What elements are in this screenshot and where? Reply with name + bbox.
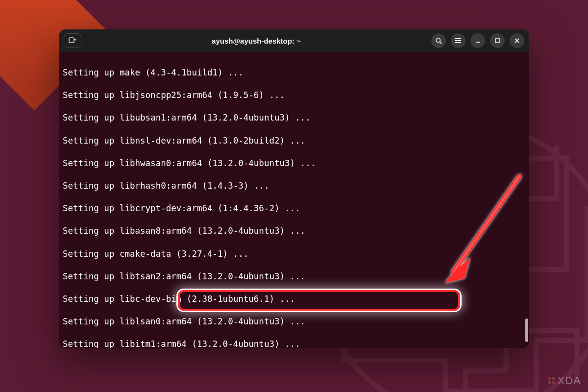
watermark-icon bbox=[547, 376, 556, 385]
terminal-body[interactable]: Setting up make (4.3-4.1build1) ... Sett… bbox=[59, 52, 529, 348]
svg-rect-17 bbox=[552, 381, 555, 384]
svg-rect-16 bbox=[548, 381, 551, 384]
output-line: Setting up libnsl-dev:arm64 (1.3.0-2buil… bbox=[63, 135, 526, 147]
maximize-button[interactable] bbox=[490, 33, 505, 48]
output-line: Setting up libitm1:arm64 (13.2.0-4ubuntu… bbox=[63, 339, 526, 348]
window-titlebar: ayush@ayush-desktop: ~ bbox=[59, 29, 529, 52]
maximize-icon bbox=[494, 38, 500, 44]
output-line: Setting up libhwasan0:arm64 (13.2.0-4ubu… bbox=[63, 158, 526, 169]
new-tab-icon bbox=[69, 37, 76, 44]
output-line: Setting up libcrypt-dev:arm64 (1:4.4.36-… bbox=[63, 203, 526, 214]
svg-rect-14 bbox=[548, 377, 551, 380]
output-line: Setting up libtsan2:arm64 (13.2.0-4ubunt… bbox=[63, 271, 526, 282]
output-line: Setting up liblsan0:arm64 (13.2.0-4ubunt… bbox=[63, 316, 526, 327]
window-title: ayush@ayush-desktop: ~ bbox=[84, 37, 428, 45]
output-line: Setting up libubsan1:arm64 (13.2.0-4ubun… bbox=[63, 112, 526, 123]
watermark-text: XDA bbox=[558, 374, 581, 387]
watermark: XDA bbox=[547, 374, 581, 387]
close-button[interactable] bbox=[510, 33, 524, 48]
svg-point-2 bbox=[436, 38, 440, 42]
output-line: Setting up librhash0:arm64 (1.4.3-3) ... bbox=[63, 180, 526, 192]
hamburger-icon bbox=[455, 38, 462, 44]
terminal-window: ayush@ayush-desktop: ~ bbox=[59, 29, 529, 348]
minimize-button[interactable] bbox=[470, 33, 485, 48]
output-line: Setting up cmake-data (3.27.4-1) ... bbox=[63, 248, 526, 260]
svg-rect-15 bbox=[552, 377, 555, 380]
search-button[interactable] bbox=[431, 33, 446, 48]
scrollbar-thumb[interactable] bbox=[525, 318, 528, 342]
svg-rect-1 bbox=[69, 38, 74, 43]
output-line: Setting up libjsoncpp25:arm64 (1.9.5-6) … bbox=[63, 90, 526, 101]
minimize-icon bbox=[475, 38, 481, 44]
output-line: Setting up libc-dev-bin (2.38-1ubuntu6.1… bbox=[63, 294, 526, 305]
svg-line-3 bbox=[440, 42, 441, 44]
menu-button[interactable] bbox=[451, 33, 466, 48]
output-line: Setting up make (4.3-4.1build1) ... bbox=[63, 67, 526, 78]
close-icon bbox=[514, 38, 520, 44]
search-icon bbox=[435, 37, 442, 45]
output-line: Setting up libasan8:arm64 (13.2.0-4ubunt… bbox=[63, 225, 526, 237]
new-tab-button[interactable] bbox=[64, 33, 81, 48]
svg-rect-8 bbox=[495, 39, 499, 43]
